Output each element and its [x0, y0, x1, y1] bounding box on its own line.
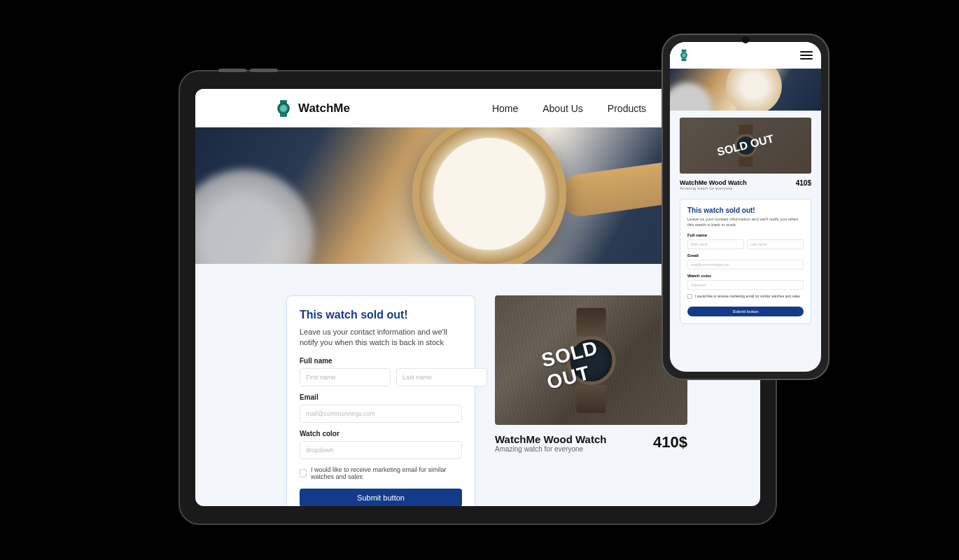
- first-name-input[interactable]: [300, 368, 391, 386]
- phone-body: SOLD OUT WatchMe Wood Watch Amazing watc…: [670, 111, 821, 324]
- phone-form-title: This watch sold out!: [687, 206, 804, 214]
- phone-logo-icon[interactable]: [678, 49, 690, 62]
- hero-watch-face: [412, 127, 566, 264]
- svg-rect-3: [280, 113, 287, 117]
- checkbox-icon[interactable]: [300, 469, 307, 477]
- phone-screen: SOLD OUT WatchMe Wood Watch Amazing watc…: [670, 42, 821, 372]
- notify-form-card: This watch sold out! Leave us your conta…: [286, 295, 475, 506]
- last-name-input[interactable]: [396, 368, 487, 386]
- nav-home[interactable]: Home: [492, 103, 518, 114]
- phone-color-label: Watch color: [687, 274, 804, 278]
- phone-checkbox-row[interactable]: I would like to receive marketing email …: [687, 294, 804, 299]
- phone-hero-watch: [726, 69, 782, 111]
- phone-color-dropdown[interactable]: [687, 280, 804, 290]
- color-dropdown[interactable]: [300, 441, 462, 459]
- svg-point-2: [280, 105, 287, 112]
- phone-first-name-input[interactable]: [687, 239, 744, 249]
- phone-submit-button[interactable]: Submit button: [687, 307, 804, 316]
- phone-product-image[interactable]: SOLD OUT: [680, 118, 811, 174]
- product-price: 410$: [653, 433, 687, 451]
- phone-fullname-label: Full name: [687, 233, 804, 237]
- nav-products[interactable]: Products: [608, 103, 646, 114]
- nav-about[interactable]: About Us: [542, 103, 583, 114]
- email-input[interactable]: [300, 405, 462, 423]
- product-name: WatchMe Wood Watch: [495, 433, 606, 445]
- brand-name: WatchMe: [298, 102, 350, 115]
- svg-rect-4: [682, 50, 687, 52]
- watch-icon: [276, 99, 291, 118]
- email-label: Email: [300, 393, 462, 401]
- phone-product-price: 410$: [796, 179, 811, 190]
- phone-checkbox-label: I would like to receive marketing email …: [695, 294, 800, 298]
- phone-product-meta: WatchMe Wood Watch Amazing watch for eve…: [680, 179, 811, 190]
- hero-watch-blur: [195, 169, 314, 264]
- checkbox-label: I would like to receive marketing email …: [311, 466, 462, 480]
- form-title: This watch sold out!: [300, 309, 462, 321]
- fullname-label: Full name: [300, 357, 462, 365]
- product-column: SOLD OUT WatchMe Wood Watch Amazing watc…: [495, 295, 687, 506]
- phone-hero-image: [670, 69, 821, 111]
- color-label: Watch color: [300, 430, 462, 438]
- phone-header: [670, 42, 821, 69]
- svg-point-6: [682, 53, 686, 57]
- submit-button[interactable]: Submit button: [300, 489, 462, 506]
- tablet-nav: Home About Us Products Co: [492, 103, 683, 114]
- tablet-hw-button: [218, 69, 246, 72]
- phone-hero-blur: [670, 83, 712, 111]
- hamburger-menu-icon[interactable]: [800, 51, 813, 60]
- phone-email-label: Email: [687, 253, 804, 258]
- phone-camera: [742, 36, 749, 43]
- product-meta: WatchMe Wood Watch Amazing watch for eve…: [495, 433, 687, 453]
- phone-product-tagline: Amazing watch for everyone: [680, 186, 747, 190]
- phone-device: SOLD OUT WatchMe Wood Watch Amazing watc…: [662, 34, 830, 380]
- phone-checkbox-icon[interactable]: [687, 294, 692, 299]
- phone-email-input[interactable]: [687, 260, 804, 270]
- phone-product-name: WatchMe Wood Watch: [680, 179, 747, 186]
- tablet-hw-button: [250, 69, 278, 72]
- svg-rect-7: [682, 59, 687, 61]
- phone-last-name-input[interactable]: [747, 239, 804, 249]
- phone-form-card: This watch sold out! Leave us your conta…: [680, 199, 811, 324]
- form-subtitle: Leave us your contact information and we…: [300, 327, 462, 349]
- brand-logo[interactable]: WatchMe: [276, 99, 350, 118]
- phone-form-subtitle: Leave us your contact information and we…: [687, 217, 804, 228]
- product-tagline: Amazing watch for everyone: [495, 445, 606, 453]
- marketing-checkbox-row[interactable]: I would like to receive marketing email …: [300, 466, 462, 480]
- product-image[interactable]: SOLD OUT: [495, 295, 687, 425]
